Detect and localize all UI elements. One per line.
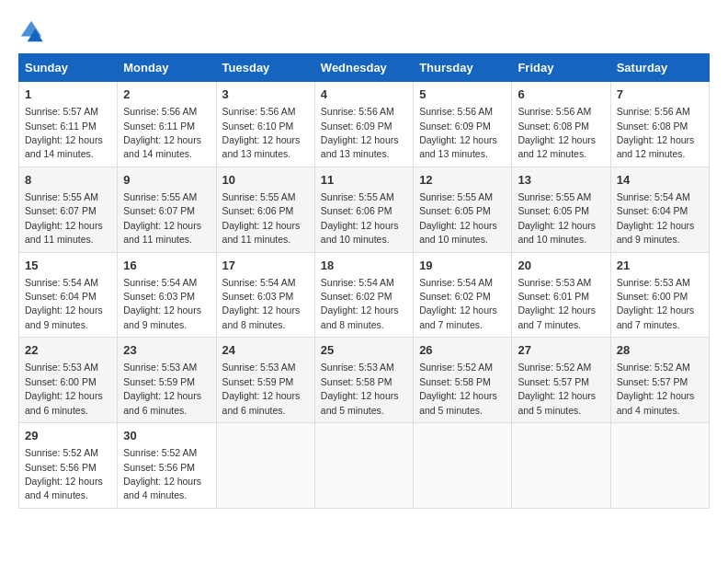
day-info: Sunrise: 5:54 AMSunset: 6:03 PMDaylight:…	[123, 277, 201, 330]
day-info: Sunrise: 5:53 AMSunset: 6:00 PMDaylight:…	[25, 362, 103, 415]
calendar-cell: 30 Sunrise: 5:52 AMSunset: 5:56 PMDaylig…	[118, 423, 216, 509]
day-info: Sunrise: 5:55 AMSunset: 6:06 PMDaylight:…	[321, 191, 399, 245]
calendar-cell: 4 Sunrise: 5:56 AMSunset: 6:09 PMDayligh…	[314, 82, 413, 167]
column-header-sunday: Sunday	[19, 54, 118, 82]
calendar-cell: 29 Sunrise: 5:52 AMSunset: 5:56 PMDaylig…	[19, 423, 118, 509]
day-info: Sunrise: 5:57 AMSunset: 6:11 PMDaylight:…	[25, 106, 103, 159]
calendar-cell: 22 Sunrise: 5:53 AMSunset: 6:00 PMDaylig…	[19, 338, 118, 423]
day-number: 21	[617, 258, 703, 274]
day-info: Sunrise: 5:56 AMSunset: 6:11 PMDaylight:…	[123, 106, 201, 159]
calendar-cell: 1 Sunrise: 5:57 AMSunset: 6:11 PMDayligh…	[19, 82, 118, 167]
day-number: 30	[123, 428, 210, 444]
column-header-thursday: Thursday	[414, 54, 512, 82]
calendar-cell: 20 Sunrise: 5:53 AMSunset: 6:01 PMDaylig…	[512, 252, 610, 338]
day-info: Sunrise: 5:54 AMSunset: 6:04 PMDaylight:…	[25, 277, 103, 330]
calendar-cell: 6 Sunrise: 5:56 AMSunset: 6:08 PMDayligh…	[512, 82, 610, 167]
day-info: Sunrise: 5:56 AMSunset: 6:08 PMDaylight:…	[518, 106, 596, 159]
day-number: 13	[518, 172, 604, 189]
svg-marker-0	[21, 21, 41, 37]
calendar-cell: 18 Sunrise: 5:54 AMSunset: 6:02 PMDaylig…	[314, 252, 413, 338]
calendar-cell: 15 Sunrise: 5:54 AMSunset: 6:04 PMDaylig…	[19, 252, 118, 338]
day-info: Sunrise: 5:52 AMSunset: 5:56 PMDaylight:…	[123, 447, 201, 500]
day-number: 8	[25, 172, 111, 189]
calendar-cell: 12 Sunrise: 5:55 AMSunset: 6:05 PMDaylig…	[414, 167, 512, 252]
day-info: Sunrise: 5:53 AMSunset: 6:01 PMDaylight:…	[518, 277, 596, 330]
day-info: Sunrise: 5:55 AMSunset: 6:07 PMDaylight:…	[123, 191, 201, 245]
day-number: 9	[123, 172, 210, 189]
day-info: Sunrise: 5:52 AMSunset: 5:57 PMDaylight:…	[518, 362, 596, 415]
day-number: 15	[25, 258, 111, 274]
day-number: 25	[321, 342, 407, 359]
day-number: 7	[617, 86, 703, 103]
calendar-cell: 26 Sunrise: 5:52 AMSunset: 5:58 PMDaylig…	[414, 338, 512, 423]
day-number: 29	[25, 428, 111, 444]
day-info: Sunrise: 5:54 AMSunset: 6:03 PMDaylight:…	[222, 277, 301, 330]
calendar-week-5: 29 Sunrise: 5:52 AMSunset: 5:56 PMDaylig…	[19, 423, 710, 509]
day-info: Sunrise: 5:56 AMSunset: 6:10 PMDaylight:…	[222, 106, 301, 159]
logo	[18, 18, 48, 44]
day-info: Sunrise: 5:53 AMSunset: 5:59 PMDaylight:…	[123, 362, 201, 415]
day-number: 1	[25, 86, 111, 103]
day-info: Sunrise: 5:56 AMSunset: 6:09 PMDaylight:…	[321, 106, 399, 159]
day-number: 22	[25, 342, 111, 359]
calendar-cell: 19 Sunrise: 5:54 AMSunset: 6:02 PMDaylig…	[414, 252, 512, 338]
calendar-week-1: 1 Sunrise: 5:57 AMSunset: 6:11 PMDayligh…	[19, 82, 710, 167]
day-number: 26	[419, 342, 506, 359]
day-number: 28	[617, 342, 703, 359]
calendar-cell: 28 Sunrise: 5:52 AMSunset: 5:57 PMDaylig…	[610, 338, 709, 423]
calendar-cell	[610, 423, 709, 509]
day-number: 16	[123, 258, 210, 274]
day-info: Sunrise: 5:54 AMSunset: 6:02 PMDaylight:…	[419, 277, 497, 330]
day-number: 19	[419, 258, 506, 274]
calendar-cell	[216, 423, 314, 509]
calendar-cell	[414, 423, 512, 509]
calendar-cell: 7 Sunrise: 5:56 AMSunset: 6:08 PMDayligh…	[610, 82, 709, 167]
day-number: 2	[123, 86, 210, 103]
calendar-cell: 10 Sunrise: 5:55 AMSunset: 6:06 PMDaylig…	[216, 167, 314, 252]
page-header	[18, 18, 710, 44]
day-number: 11	[321, 172, 407, 189]
day-info: Sunrise: 5:52 AMSunset: 5:56 PMDaylight:…	[25, 447, 103, 500]
calendar-cell: 3 Sunrise: 5:56 AMSunset: 6:10 PMDayligh…	[216, 82, 314, 167]
calendar-table: SundayMondayTuesdayWednesdayThursdayFrid…	[18, 53, 710, 509]
calendar-cell: 8 Sunrise: 5:55 AMSunset: 6:07 PMDayligh…	[19, 167, 118, 252]
calendar-cell: 21 Sunrise: 5:53 AMSunset: 6:00 PMDaylig…	[610, 252, 709, 338]
day-info: Sunrise: 5:52 AMSunset: 5:57 PMDaylight:…	[617, 362, 695, 415]
calendar-cell: 27 Sunrise: 5:52 AMSunset: 5:57 PMDaylig…	[512, 338, 610, 423]
calendar-week-2: 8 Sunrise: 5:55 AMSunset: 6:07 PMDayligh…	[19, 167, 710, 252]
calendar-header-row: SundayMondayTuesdayWednesdayThursdayFrid…	[19, 54, 710, 82]
day-info: Sunrise: 5:55 AMSunset: 6:05 PMDaylight:…	[419, 191, 497, 245]
day-number: 10	[222, 172, 309, 189]
calendar-cell: 24 Sunrise: 5:53 AMSunset: 5:59 PMDaylig…	[216, 338, 314, 423]
calendar-cell: 9 Sunrise: 5:55 AMSunset: 6:07 PMDayligh…	[118, 167, 216, 252]
day-number: 24	[222, 342, 309, 359]
day-number: 12	[419, 172, 506, 189]
day-info: Sunrise: 5:53 AMSunset: 6:00 PMDaylight:…	[617, 277, 695, 330]
calendar-cell: 17 Sunrise: 5:54 AMSunset: 6:03 PMDaylig…	[216, 252, 314, 338]
calendar-week-3: 15 Sunrise: 5:54 AMSunset: 6:04 PMDaylig…	[19, 252, 710, 338]
logo-icon	[18, 18, 44, 44]
column-header-tuesday: Tuesday	[216, 54, 314, 82]
day-number: 14	[617, 172, 703, 189]
day-info: Sunrise: 5:55 AMSunset: 6:07 PMDaylight:…	[25, 191, 103, 245]
calendar-cell	[314, 423, 413, 509]
day-info: Sunrise: 5:53 AMSunset: 5:58 PMDaylight:…	[321, 362, 399, 415]
column-header-wednesday: Wednesday	[314, 54, 413, 82]
day-number: 23	[123, 342, 210, 359]
calendar-week-4: 22 Sunrise: 5:53 AMSunset: 6:00 PMDaylig…	[19, 338, 710, 423]
column-header-friday: Friday	[512, 54, 610, 82]
day-info: Sunrise: 5:52 AMSunset: 5:58 PMDaylight:…	[419, 362, 497, 415]
column-header-saturday: Saturday	[610, 54, 709, 82]
calendar-cell: 13 Sunrise: 5:55 AMSunset: 6:05 PMDaylig…	[512, 167, 610, 252]
day-number: 4	[321, 86, 407, 103]
day-number: 18	[321, 258, 407, 274]
day-info: Sunrise: 5:55 AMSunset: 6:06 PMDaylight:…	[222, 191, 301, 245]
day-info: Sunrise: 5:56 AMSunset: 6:09 PMDaylight:…	[419, 106, 497, 159]
column-header-monday: Monday	[118, 54, 216, 82]
day-number: 17	[222, 258, 309, 274]
day-number: 5	[419, 86, 506, 103]
calendar-cell: 16 Sunrise: 5:54 AMSunset: 6:03 PMDaylig…	[118, 252, 216, 338]
day-number: 20	[518, 258, 604, 274]
day-number: 27	[518, 342, 604, 359]
day-info: Sunrise: 5:54 AMSunset: 6:02 PMDaylight:…	[321, 277, 399, 330]
